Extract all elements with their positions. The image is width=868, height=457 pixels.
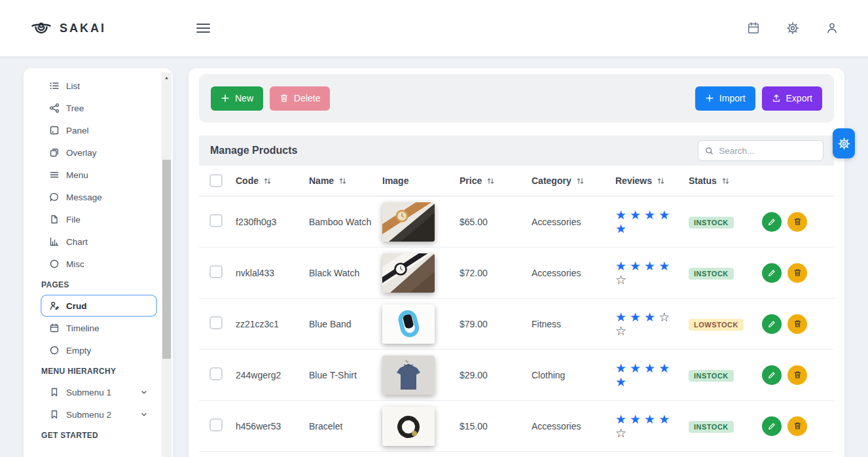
circle-icon [49,259,60,269]
star-filled-icon[interactable]: ★ [644,412,655,426]
delete-row-button[interactable] [787,263,807,283]
row-checkbox[interactable] [209,214,223,227]
new-button[interactable]: New [211,86,263,111]
edit-row-button[interactable] [762,365,782,385]
page-title: Manage Products [210,145,297,156]
sidebar-scrollbar[interactable]: ▲ ▼ [162,73,172,457]
chevron-down-icon [139,410,149,419]
column-header-status[interactable]: Status [681,175,753,186]
rating[interactable]: ★★★★★ [615,208,681,236]
cell-name: Blue Band [301,319,374,329]
star-filled-icon[interactable]: ★ [630,259,641,273]
delete-button[interactable]: Delete [270,86,330,111]
rating[interactable]: ★★★★☆ [615,412,681,440]
edit-row-button[interactable] [762,314,782,334]
layout-config-button[interactable] [833,128,855,158]
sidebar-item-overlay[interactable]: Overlay [41,141,157,164]
sort-icon [576,177,585,185]
column-header-image: Image [374,175,452,186]
column-label: Price [460,175,482,186]
sidebar-item-submenu-1[interactable]: Submenu 1 [41,381,157,403]
star-empty-icon[interactable]: ☆ [615,324,626,338]
star-filled-icon[interactable]: ★ [644,259,655,273]
sidebar-item-tree[interactable]: Tree [41,97,157,119]
calendar-button[interactable] [744,18,763,38]
crud-toolbar: New Delete Import Export [199,74,834,122]
star-filled-icon[interactable]: ★ [615,412,626,426]
hamburger-icon [196,23,210,33]
delete-row-button[interactable] [787,212,807,232]
rating[interactable]: ★★★★☆ [615,259,681,287]
search-input[interactable] [719,146,816,156]
rating[interactable]: ★★★★★ [615,361,681,389]
scrollbar-thumb[interactable] [162,160,171,359]
star-filled-icon[interactable]: ★ [615,310,626,324]
column-header-price[interactable]: Price [452,175,524,186]
cell-category: Accessories [524,268,607,278]
select-all-checkbox[interactable] [209,174,223,187]
sidebar-item-submenu-2[interactable]: Submenu 2 [41,403,157,426]
edit-row-button[interactable] [762,416,782,436]
export-button[interactable]: Export [762,86,822,111]
app-logo[interactable]: SAKAI [30,0,106,56]
delete-row-button[interactable] [787,416,807,436]
star-empty-icon[interactable]: ☆ [615,273,626,287]
rating[interactable]: ★★★☆☆ [615,310,681,338]
sidebar-item-panel[interactable]: Panel [41,119,157,141]
star-filled-icon[interactable]: ★ [659,412,670,426]
delete-row-button[interactable] [787,365,807,385]
sidebar-item-message[interactable]: Message [41,186,157,208]
column-header-code[interactable]: Code [228,175,301,186]
star-filled-icon[interactable]: ★ [644,361,655,375]
star-empty-icon[interactable]: ☆ [615,426,626,440]
settings-button[interactable] [783,18,803,38]
edit-row-button[interactable] [762,212,782,232]
star-filled-icon[interactable]: ★ [659,259,670,273]
star-filled-icon[interactable]: ★ [615,361,626,375]
row-checkbox[interactable] [209,367,223,380]
delete-row-button[interactable] [787,314,807,334]
column-header-name[interactable]: Name [301,175,374,186]
sidebar-item-crud[interactable]: Crud [41,295,157,317]
star-filled-icon[interactable]: ★ [644,310,655,324]
star-filled-icon[interactable]: ★ [644,208,655,222]
star-filled-icon[interactable]: ★ [630,208,641,222]
sidebar-item-file[interactable]: File [41,208,157,230]
row-checkbox[interactable] [209,265,223,278]
sort-icon [263,177,272,185]
plus-icon [221,94,230,103]
sidebar-item-list[interactable]: List [41,75,157,97]
sidebar-item-timeline[interactable]: Timeline [41,317,157,339]
star-filled-icon[interactable]: ★ [615,259,626,273]
sidebar-item-misc[interactable]: Misc [41,253,157,275]
product-image-black-watch [382,253,435,293]
column-header-reviews[interactable]: Reviews [607,175,681,186]
star-empty-icon[interactable]: ☆ [659,310,670,324]
star-filled-icon[interactable]: ★ [659,361,670,375]
cell-code: h456wer53 [228,421,301,431]
star-filled-icon[interactable]: ★ [630,310,641,324]
pencil-icon [767,268,776,278]
sidebar-item-menu[interactable]: Menu [41,164,157,186]
profile-icon [825,21,839,35]
star-filled-icon[interactable]: ★ [615,222,626,236]
star-filled-icon[interactable]: ★ [615,375,626,389]
row-checkbox[interactable] [209,316,223,329]
edit-row-button[interactable] [762,263,782,283]
sidebar-item-label: Chart [66,237,88,247]
row-checkbox[interactable] [209,418,223,431]
menu-toggle-button[interactable] [196,0,210,56]
star-filled-icon[interactable]: ★ [630,361,641,375]
sidebar-item-empty[interactable]: Empty [41,339,157,361]
trash-icon [793,217,802,226]
star-filled-icon[interactable]: ★ [630,412,641,426]
star-filled-icon[interactable]: ★ [659,208,670,222]
scrollbar-up-arrow[interactable]: ▲ [162,73,172,82]
cell-code: nvklal433 [228,268,301,278]
import-button[interactable]: Import [695,86,755,111]
profile-button[interactable] [822,18,842,38]
star-filled-icon[interactable]: ★ [615,208,626,222]
sidebar-item-chart[interactable]: Chart [41,230,157,253]
sidebar-item-label: Misc [66,259,84,269]
column-header-category[interactable]: Category [524,175,607,186]
